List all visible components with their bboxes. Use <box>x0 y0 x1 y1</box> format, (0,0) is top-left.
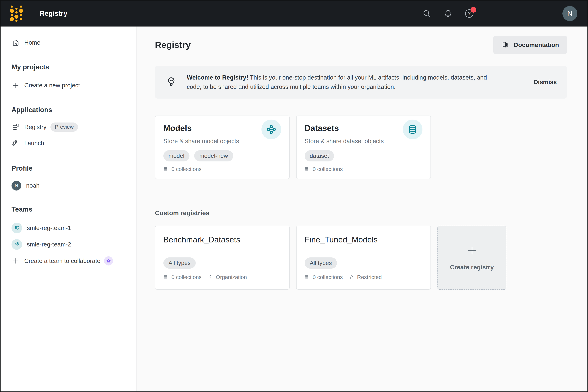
user-avatar[interactable]: N <box>563 6 578 21</box>
navbar-actions: ? <box>422 0 474 26</box>
tag: All types <box>304 258 337 268</box>
tag: All types <box>163 258 196 268</box>
plus-icon <box>466 245 478 256</box>
card-meta: 0 collections Restricted <box>304 274 422 280</box>
page-title: Registry <box>155 40 191 50</box>
registry-card-benchmark-datasets[interactable]: Benchmark_Datasets All types 0 collectio… <box>155 226 290 290</box>
welcome-banner-text: Welcome to Registry! This is your one-st… <box>187 73 487 92</box>
core-registries-row: Models Store & share model objects model… <box>155 116 567 179</box>
tag: dataset <box>304 150 334 162</box>
help-icon[interactable]: ? <box>465 9 474 18</box>
tag-row: All types <box>304 258 422 268</box>
sidebar-header-my-projects: My projects <box>11 63 136 72</box>
sidebar-item-label: Create a team to collaborate <box>24 258 100 264</box>
sidebar-item-launch[interactable]: Launch <box>11 138 136 149</box>
rocket-icon <box>11 139 20 147</box>
tag-row: model model-new <box>163 150 281 162</box>
sidebar-item-label: Registry <box>24 124 46 130</box>
tag: model <box>163 150 190 162</box>
sidebar-header-profile: Profile <box>11 164 136 173</box>
collections-list-icon <box>304 274 310 280</box>
collections-count: 0 collections <box>171 274 202 280</box>
banner-bold-text: Welcome to Registry! <box>187 74 248 81</box>
sidebar-item-create-project[interactable]: Create a new project <box>11 81 136 90</box>
welcome-banner: Welcome to Registry! This is your one-st… <box>155 66 567 98</box>
sidebar-item-label: noah <box>26 182 39 189</box>
profile-avatar: N <box>11 181 21 190</box>
search-icon[interactable] <box>422 9 431 18</box>
dismiss-button[interactable]: Dismiss <box>526 78 557 86</box>
card-subtitle: Store & share model objects <box>163 137 281 145</box>
sidebar-item-label: Home <box>24 39 40 46</box>
card-title: Fine_Tuned_Models <box>304 235 422 245</box>
sidebar-header-teams: Teams <box>11 205 136 214</box>
plus-icon <box>11 82 20 89</box>
people-icon <box>11 239 22 250</box>
documentation-label: Documentation <box>514 41 559 48</box>
sidebar-item-label: smle-reg-team-1 <box>27 224 71 232</box>
documentation-button[interactable]: Documentation <box>493 36 567 54</box>
sidebar-item-create-team[interactable]: Create a team to collaborate <box>11 255 136 267</box>
sidebar-item-label: Launch <box>24 140 44 147</box>
sidebar-item-home[interactable]: Home <box>11 37 136 48</box>
card-meta: 0 collections <box>163 166 281 172</box>
sidebar-item-label: Create a new project <box>24 82 80 89</box>
content-header: Registry Documentation <box>155 36 567 54</box>
collections-list-icon <box>304 166 310 172</box>
sidebar-header-applications: Applications <box>11 106 136 114</box>
notification-dot <box>471 7 476 12</box>
collections-count: 0 collections <box>313 166 343 172</box>
wandb-logo-icon[interactable] <box>10 5 23 22</box>
custom-registries-title: Custom registries <box>155 209 567 217</box>
sidebar-item-team-1[interactable]: smle-reg-team-1 <box>11 222 136 234</box>
visibility-group: Organization <box>208 274 247 280</box>
card-subtitle: Store & share dataset objects <box>304 137 422 145</box>
tag-row: All types <box>163 258 281 268</box>
top-navbar: Registry ? N <box>0 0 588 26</box>
lock-open-icon <box>208 274 213 280</box>
book-icon <box>501 41 509 49</box>
visibility-label: Organization <box>216 274 247 280</box>
collections-count: 0 collections <box>171 166 202 172</box>
sidebar-item-label: smle-reg-team-2 <box>27 241 71 248</box>
banner-line1: This is your one-stop destination for al… <box>250 74 487 81</box>
banner-line2: code, to be shared and utilized across m… <box>187 83 396 90</box>
sidebar: Home My projects Create a new project Ap… <box>0 26 136 392</box>
create-registry-button[interactable]: Create registry <box>437 226 506 290</box>
plus-icon <box>11 257 20 265</box>
visibility-label: Restricted <box>357 274 382 280</box>
tag-row: dataset <box>304 150 422 162</box>
people-icon <box>11 223 22 233</box>
visibility-group: Restricted <box>349 274 382 280</box>
model-nodes-icon <box>262 120 281 139</box>
lightbulb-icon <box>165 76 177 88</box>
registry-card-models[interactable]: Models Store & share model objects model… <box>155 116 290 179</box>
card-title: Benchmark_Datasets <box>163 235 281 245</box>
sidebar-item-profile-noah[interactable]: N noah <box>11 180 136 191</box>
card-meta: 0 collections <box>304 166 422 172</box>
collections-list-icon <box>163 166 169 172</box>
home-icon <box>11 38 20 47</box>
create-registry-label: Create registry <box>450 264 494 271</box>
registry-grid-icon <box>11 123 20 131</box>
preview-badge: Preview <box>50 122 78 132</box>
tag: model-new <box>194 150 233 162</box>
sidebar-item-registry[interactable]: Registry Preview <box>11 122 136 132</box>
sidebar-item-team-2[interactable]: smle-reg-team-2 <box>11 238 136 250</box>
database-icon <box>403 120 422 139</box>
registry-card-datasets[interactable]: Datasets Store & share dataset objects d… <box>296 116 431 179</box>
collections-list-icon <box>163 274 169 280</box>
registry-card-fine-tuned-models[interactable]: Fine_Tuned_Models All types 0 collection… <box>296 226 431 290</box>
crown-icon <box>104 256 113 266</box>
lock-closed-icon <box>349 274 354 280</box>
card-meta: 0 collections Organization <box>163 274 281 280</box>
main-content: Registry Documentation <box>137 26 588 392</box>
app-window: Registry ? N <box>0 0 588 392</box>
custom-registries-row: Benchmark_Datasets All types 0 collectio… <box>155 226 567 290</box>
navbar-title: Registry <box>40 10 67 17</box>
collections-count: 0 collections <box>313 274 343 280</box>
bell-icon[interactable] <box>443 9 453 18</box>
